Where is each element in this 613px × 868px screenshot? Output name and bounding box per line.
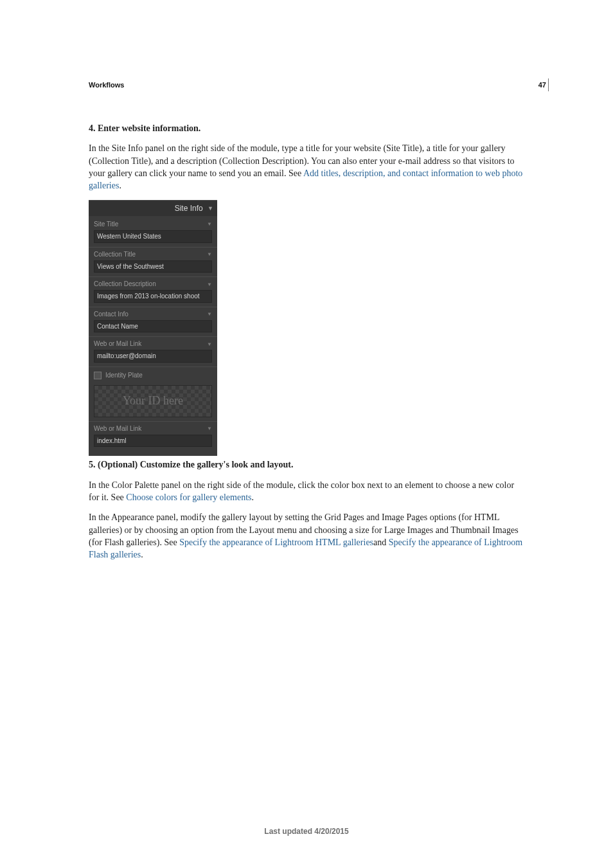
step4-paragraph: In the Site Info panel on the right side… [89, 142, 526, 192]
identity-plate-placeholder: Your ID here [123, 393, 183, 409]
chevron-down-icon[interactable]: ▼ [207, 341, 212, 348]
step5-text-2c: . [141, 550, 143, 559]
collection-title-section: Collection Title ▼ Views of the Southwes… [89, 247, 217, 277]
content: 4. Enter website information. In the Sit… [89, 122, 526, 569]
chevron-down-icon[interactable]: ▼ [207, 425, 212, 432]
collection-description-section: Collection Description ▼ Images from 201… [89, 276, 217, 307]
page: 47 Workflows 4. Enter website informatio… [0, 0, 613, 868]
site-title-section: Site Title ▼ Western United States [89, 217, 217, 247]
web-mail-link-input[interactable]: mailto:user@domain [94, 350, 212, 363]
contact-info-input[interactable]: Contact Name [94, 320, 212, 333]
step5-heading: 5. (Optional) Customize the gallery's lo… [89, 458, 526, 471]
step5-text-2b: and [373, 538, 389, 547]
site-info-panel-header[interactable]: Site Info ▼ [89, 200, 217, 217]
link-choose-colors[interactable]: Choose colors for gallery elements [126, 493, 251, 502]
identity-web-link-label: Web or Mail Link [94, 424, 141, 433]
panel-title: Site Info [175, 204, 203, 213]
header-area: Workflows [89, 78, 549, 90]
identity-plate-preview[interactable]: Your ID here [94, 385, 212, 417]
chevron-down-icon[interactable]: ▼ [207, 221, 212, 228]
step5-paragraph-1: In the Color Palette panel on the right … [89, 479, 526, 504]
identity-web-link-section: Web or Mail Link ▼ index.html [89, 421, 217, 451]
chapter-header: Workflows [89, 81, 124, 89]
contact-info-label: Contact Info [94, 310, 129, 319]
chevron-down-icon: ▼ [208, 205, 213, 212]
chevron-down-icon[interactable]: ▼ [207, 311, 212, 318]
site-title-input[interactable]: Western United States [94, 230, 212, 243]
chevron-down-icon[interactable]: ▼ [207, 251, 212, 258]
link-html-galleries[interactable]: Specify the appearance of Lightroom HTML… [179, 538, 373, 547]
chevron-down-icon[interactable]: ▼ [207, 281, 212, 288]
site-title-label: Site Title [94, 220, 118, 229]
collection-title-input[interactable]: Views of the Southwest [94, 260, 212, 273]
identity-web-link-input[interactable]: index.html [94, 435, 212, 448]
step5-text-1b: . [252, 493, 254, 502]
collection-description-label: Collection Description [94, 280, 156, 289]
identity-plate-label: Identity Plate [105, 371, 143, 380]
step5-paragraph-2: In the Appearance panel, modify the gall… [89, 511, 526, 561]
web-mail-link-label: Web or Mail Link [94, 339, 141, 348]
collection-description-input[interactable]: Images from 2013 on-location shoot [94, 290, 212, 303]
identity-plate-checkbox[interactable] [94, 372, 102, 379]
site-info-panel: Site Info ▼ Site Title ▼ Western United … [89, 200, 217, 457]
contact-info-section: Contact Info ▼ Contact Name [89, 307, 217, 337]
collection-title-label: Collection Title [94, 250, 136, 259]
identity-plate-row: Identity Plate [89, 366, 217, 383]
step4-heading: 4. Enter website information. [89, 122, 526, 134]
web-mail-link-section: Web or Mail Link ▼ mailto:user@domain [89, 336, 217, 366]
footer-last-updated: Last updated 4/20/2015 [0, 827, 613, 836]
site-info-panel-body: Site Title ▼ Western United States Colle… [89, 216, 217, 456]
step4-text-b: . [119, 181, 121, 190]
